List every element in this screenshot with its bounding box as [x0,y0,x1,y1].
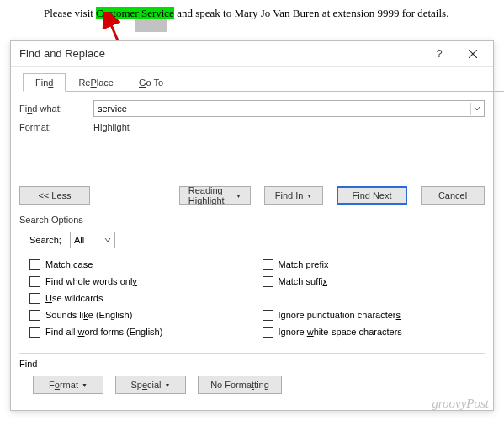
tab-replace[interactable]: RePlace [66,73,126,92]
find-what-label: Find what: [19,104,93,114]
checkbox-label: Sounds like (English) [45,310,132,320]
checkbox-match-prefix[interactable]: Match prefix [263,257,485,272]
checkbox-box [29,293,40,304]
watermark: groovyPost [432,397,489,411]
format-value: Highlight [93,122,130,132]
special-button[interactable]: Special▼ [115,376,186,394]
chevron-down-icon: ▼ [165,382,171,388]
no-formatting-button[interactable]: No Formatting [198,376,282,394]
doc-highlighted-text: Customer Service [96,7,174,19]
find-replace-dialog: Find and Replace ? Find RePlace Go To Fi… [10,40,494,411]
checkbox-box [29,310,40,321]
checkbox-box [263,327,273,338]
checkbox-sounds-like[interactable]: Sounds like (English) [29,307,252,322]
tab-goto[interactable]: Go To [126,73,176,92]
checkbox-label: Match prefix [279,259,329,269]
checkbox-ignore-whitespace[interactable]: Ignore white-space characters [263,324,485,339]
doc-text-after: and speak to Mary Jo Van Buren at extens… [174,7,449,19]
find-section-label: Find [19,359,485,369]
find-what-value: service [98,104,127,114]
checkbox-box [29,327,40,338]
checkbox-match-case[interactable]: Match case [29,257,252,272]
checkbox-box [263,276,273,287]
find-in-button[interactable]: Find In▼ [264,186,323,205]
doc-text-before: Please visit [44,7,96,19]
less-button[interactable]: << Less [19,186,90,205]
chevron-down-icon [103,234,113,246]
checkbox-match-suffix[interactable]: Match suffix [263,274,485,289]
tab-strip: Find RePlace Go To [23,73,485,92]
tab-find[interactable]: Find [23,73,66,92]
checkbox-label: Ignore punctuation characters [279,310,401,320]
checkbox-label: Find all word forms (English) [45,327,162,337]
chevron-down-icon: ▼ [306,193,312,199]
checkbox-label: Match case [45,259,93,269]
help-button[interactable]: ? [422,42,456,66]
search-direction-select[interactable]: All [70,232,115,248]
checkbox-word-forms[interactable]: Find all word forms (English) [29,324,252,339]
document-line: Please visit Customer Service and speak … [44,7,448,20]
cancel-button[interactable]: Cancel [421,186,485,205]
checkbox-label: Find whole words only [45,276,137,286]
find-what-input[interactable]: service [93,100,485,117]
checkbox-label: Match suffix [279,276,328,286]
dialog-titlebar: Find and Replace ? [11,41,493,67]
checkbox-box [29,259,40,270]
search-direction-label: Search; [29,235,61,245]
chevron-down-icon: ▼ [236,193,241,199]
find-next-button[interactable]: Find Next [337,186,407,205]
close-button[interactable] [456,42,490,66]
checkbox-whole-words[interactable]: Find whole words only [29,274,252,289]
checkbox-label: Use wildcards [45,293,103,303]
chevron-down-icon[interactable] [470,103,482,115]
search-options-legend: Search Options [19,215,485,225]
format-label: Format: [19,122,93,132]
dialog-title: Find and Replace [19,47,105,60]
checkbox-box [263,310,273,321]
reading-highlight-button[interactable]: Reading Highlight▼ [179,186,251,205]
search-direction-value: All [74,235,84,245]
divider [19,353,485,354]
chevron-down-icon: ▼ [82,382,88,388]
checkbox-use-wildcards[interactable]: Use wildcards [29,290,252,306]
checkbox-box [263,259,273,270]
close-icon [469,50,477,58]
checkbox-label: Ignore white-space characters [279,327,402,337]
selection-handle [135,19,167,32]
checkbox-box [29,276,40,287]
format-button[interactable]: Format▼ [33,376,103,394]
checkbox-ignore-punctuation[interactable]: Ignore punctuation characters [263,307,485,322]
